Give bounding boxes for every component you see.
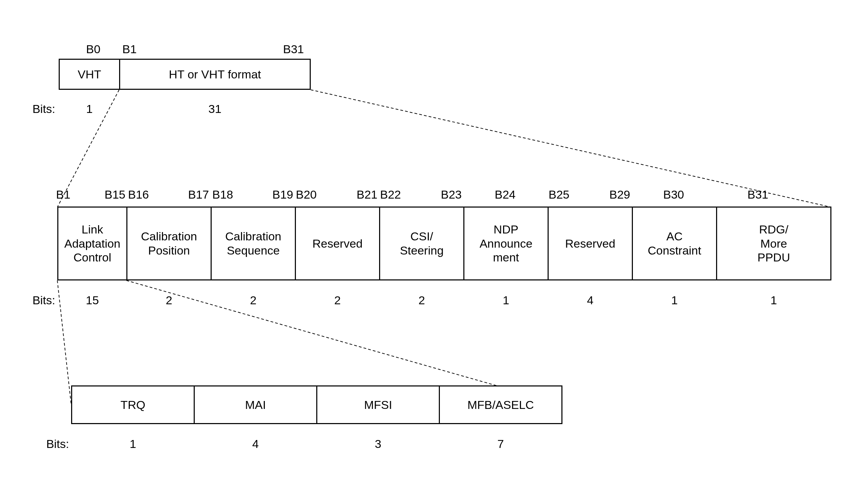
row2-field-ndp-announcement: NDP Announce ment bbox=[463, 207, 549, 280]
row3-bits-label: Bits: bbox=[35, 437, 69, 451]
row3-field-trq: TRQ bbox=[71, 385, 195, 424]
row2-field-reserved-2: Reserved bbox=[548, 207, 633, 280]
row1-bitlabel-b31: B31 bbox=[280, 42, 307, 56]
frame-format-diagram: B0 B1 B31 VHT HT or VHT format Bits: 1 3… bbox=[14, 14, 854, 474]
row2-bitlabel-b23: B23 bbox=[439, 188, 463, 201]
row1-bits-label: Bits: bbox=[21, 102, 55, 116]
row2-bits-0: 15 bbox=[57, 294, 127, 307]
row2-bits-5: 1 bbox=[463, 294, 549, 307]
row2-field-calibration-sequence: Calibration Sequence bbox=[211, 207, 296, 280]
row1-bitlabel-b1: B1 bbox=[119, 42, 140, 56]
row1-bits-vht: 1 bbox=[59, 102, 120, 116]
row3-bits-3: 7 bbox=[439, 437, 562, 451]
row2-bitlabel-b31: B31 bbox=[746, 188, 770, 201]
row2-bits-7: 1 bbox=[632, 294, 717, 307]
row2-bits-1: 2 bbox=[126, 294, 212, 307]
row3-bits-0: 1 bbox=[71, 437, 195, 451]
row2-bits-2: 2 bbox=[211, 294, 296, 307]
row3-bits-1: 4 bbox=[194, 437, 317, 451]
row2-bits-6: 4 bbox=[548, 294, 633, 307]
row1-field-ht-or-vht-format: HT or VHT format bbox=[119, 59, 311, 90]
row1-bits-ht-or-vht: 31 bbox=[119, 102, 311, 116]
row2-bits-label: Bits: bbox=[21, 294, 55, 307]
row2-bitlabel-b30: B30 bbox=[662, 188, 686, 201]
row2-bitlabel-b21: B21 bbox=[355, 188, 379, 201]
row2-bitlabel-b16: B16 bbox=[126, 188, 151, 201]
row2-bitlabel-b20: B20 bbox=[294, 188, 318, 201]
row2-bitlabel-b29: B29 bbox=[608, 188, 632, 201]
row2-bits-3: 2 bbox=[295, 294, 380, 307]
row2-bitlabel-b1: B1 bbox=[55, 188, 72, 201]
row2-bitlabel-b24: B24 bbox=[493, 188, 517, 201]
row2-field-calibration-position: Calibration Position bbox=[126, 207, 212, 280]
row3-field-mfsi: MFSI bbox=[316, 385, 440, 424]
row2-field-link-adaptation-control: Link Adaptation Control bbox=[57, 207, 127, 280]
row3-field-mai: MAI bbox=[194, 385, 317, 424]
row2-bitlabel-b19: B19 bbox=[271, 188, 295, 201]
row2-bitlabel-b25: B25 bbox=[547, 188, 571, 201]
row2-bitlabel-b17: B17 bbox=[186, 188, 211, 201]
row2-field-reserved-1: Reserved bbox=[295, 207, 380, 280]
row2-field-rdg-more-ppdu: RDG/ More PPDU bbox=[716, 207, 831, 280]
row2-bits-8: 1 bbox=[716, 294, 831, 307]
row2-bits-4: 2 bbox=[379, 294, 464, 307]
row2-bitlabel-b18: B18 bbox=[211, 188, 235, 201]
row1-field-vht: VHT bbox=[59, 59, 120, 90]
row3-bits-2: 3 bbox=[316, 437, 440, 451]
row2-bitlabel-b22: B22 bbox=[378, 188, 403, 201]
row2-bitlabel-b15: B15 bbox=[103, 188, 127, 201]
row3-field-mfb-aselc: MFB/ASELC bbox=[439, 385, 562, 424]
row1-bitlabel-b0: B0 bbox=[83, 42, 104, 56]
row2-field-ac-constraint: AC Constraint bbox=[632, 207, 717, 280]
row2-field-csi-steering: CSI/ Steering bbox=[379, 207, 464, 280]
